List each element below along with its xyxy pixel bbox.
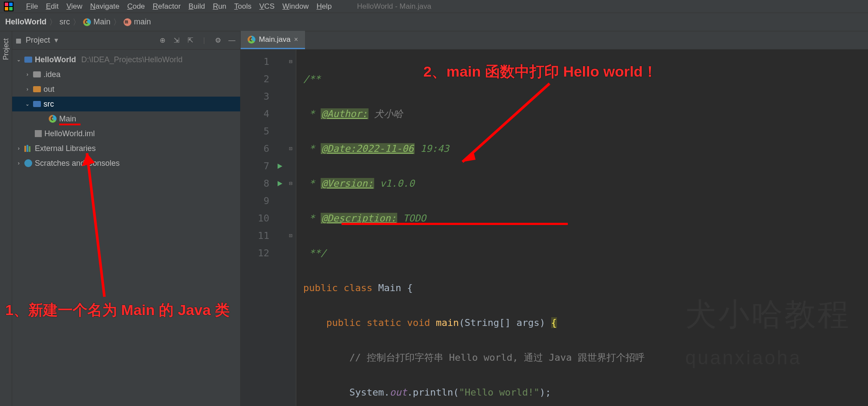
menu-vcs[interactable]: VCS (259, 2, 275, 11)
breadcrumb-method[interactable]: main (124, 17, 151, 27)
svg-rect-4 (9, 7, 13, 10)
folder-icon (33, 71, 41, 77)
fold-end-icon[interactable]: ⊡ (286, 227, 296, 245)
editor-tab-main[interactable]: Main.java × (241, 31, 305, 49)
breadcrumb: HelloWorld 〉 src 〉 Main 〉 main (0, 13, 868, 31)
svg-marker-9 (278, 181, 282, 186)
editor: Main.java × 1 2 3 4 5 6 7 8 9 10 11 12 (241, 31, 868, 406)
chevron-right-icon: 〉 (113, 17, 121, 27)
close-icon[interactable]: × (294, 36, 298, 44)
tree-iml-file[interactable]: HelloWorld.iml (12, 126, 240, 141)
fold-collapse-icon[interactable]: ⊟ (286, 53, 296, 70)
gear-icon[interactable]: ⚙ (213, 36, 223, 45)
fold-end-icon[interactable]: ⊡ (286, 140, 296, 158)
menu-file[interactable]: File (26, 2, 38, 11)
svg-rect-7 (29, 146, 30, 152)
breadcrumb-src[interactable]: src (60, 17, 70, 27)
code-content[interactable]: /** * @Author: 犬小哈 * @Date:2022-11-06 19… (296, 50, 868, 406)
module-icon (24, 57, 32, 63)
tree-out-folder[interactable]: › out (12, 82, 240, 97)
expand-all-icon[interactable]: ⇲ (171, 36, 181, 45)
editor-tabs: Main.java × (241, 31, 868, 50)
project-tree: ⌄ HelloWorld D:\IDEA_Projects\HelloWorld… (12, 50, 240, 173)
class-icon (248, 36, 255, 44)
tree-item-label: .idea (44, 70, 60, 79)
tree-scratches[interactable]: › Scratches and Consoles (12, 156, 240, 171)
menu-tools[interactable]: Tools (234, 2, 251, 11)
menu-view[interactable]: View (67, 2, 83, 11)
tool-window-rail: Project (0, 31, 12, 406)
divider-icon: | (199, 36, 209, 45)
svg-rect-5 (24, 146, 26, 152)
tree-root-name: HelloWorld (35, 55, 76, 64)
breadcrumb-class[interactable]: Main (83, 17, 111, 27)
chevron-down-icon[interactable]: ⌄ (24, 101, 30, 107)
svg-marker-8 (278, 164, 282, 169)
hide-icon[interactable]: — (227, 36, 237, 45)
breadcrumb-project[interactable]: HelloWorld (5, 17, 47, 27)
folder-icon (33, 86, 41, 92)
editor-tab-label: Main.java (259, 35, 291, 44)
tree-item-label: Scratches and Consoles (35, 159, 120, 168)
menu-refactor[interactable]: Refactor (153, 2, 181, 11)
tree-item-label: out (44, 85, 54, 94)
library-icon (24, 145, 32, 152)
chevron-right-icon[interactable]: › (16, 145, 22, 151)
svg-rect-3 (5, 7, 8, 10)
project-panel-header: ▦ Project ▾ ⊕ ⇲ ⇱ | ⚙ — (12, 31, 240, 50)
iml-file-icon (35, 130, 42, 137)
run-method-icon[interactable] (274, 175, 286, 192)
chevron-right-icon[interactable]: › (24, 71, 30, 77)
source-folder-icon (33, 101, 41, 107)
svg-rect-2 (9, 3, 13, 6)
gutter-fold-markers: ⊟ ⊡ ⊟ ⊡ (286, 50, 296, 406)
class-icon (83, 18, 91, 26)
rail-project-tab[interactable]: Project (2, 38, 10, 60)
collapse-all-icon[interactable]: ⇱ (185, 36, 195, 45)
fold-collapse-icon[interactable]: ⊟ (286, 175, 296, 192)
menu-help[interactable]: Help (316, 2, 332, 11)
menu-window[interactable]: Window (282, 2, 308, 11)
tree-root-path: D:\IDEA_Projects\HelloWorld (81, 55, 183, 64)
menu-navigate[interactable]: Navigate (90, 2, 119, 11)
method-icon (124, 18, 131, 26)
tree-src-folder[interactable]: ⌄ src (12, 97, 240, 111)
menu-run[interactable]: Run (213, 2, 226, 11)
window-title: HelloWorld - Main.java (357, 2, 431, 11)
scratches-icon (24, 159, 32, 167)
tree-item-label: Main (59, 114, 76, 124)
chevron-right-icon[interactable]: › (24, 86, 30, 92)
class-icon (49, 115, 57, 123)
chevron-down-icon[interactable]: ⌄ (16, 57, 22, 63)
dropdown-icon[interactable]: ▾ (54, 36, 58, 45)
breadcrumb-class-label: Main (94, 17, 111, 27)
menu-code[interactable]: Code (127, 2, 145, 11)
tree-item-label: External Libraries (35, 144, 96, 153)
project-panel-title[interactable]: Project (26, 36, 50, 45)
menu-build[interactable]: Build (188, 2, 205, 11)
menu-edit[interactable]: Edit (46, 2, 58, 11)
chevron-right-icon: 〉 (73, 17, 80, 27)
select-opened-file-icon[interactable]: ⊕ (158, 36, 167, 45)
gutter-run-markers (274, 50, 286, 406)
annotation-underline (342, 223, 568, 225)
chevron-right-icon[interactable]: › (16, 160, 22, 166)
tree-external-libraries[interactable]: › External Libraries (12, 141, 240, 156)
breadcrumb-method-label: main (134, 17, 151, 27)
app-logo-icon (3, 1, 14, 12)
tree-item-label: src (44, 100, 54, 109)
menu-bar: File Edit View Navigate Code Refactor Bu… (0, 0, 868, 13)
project-tool-window: ▦ Project ▾ ⊕ ⇲ ⇱ | ⚙ — ⌄ HelloWorld D:\… (12, 31, 241, 406)
svg-rect-1 (5, 3, 8, 6)
tree-root[interactable]: ⌄ HelloWorld D:\IDEA_Projects\HelloWorld (12, 52, 240, 67)
chevron-right-icon: 〉 (49, 17, 57, 27)
tree-idea-folder[interactable]: › .idea (12, 67, 240, 82)
svg-rect-6 (27, 145, 28, 152)
tree-main-class[interactable]: Main (12, 111, 240, 126)
code-area[interactable]: 1 2 3 4 5 6 7 8 9 10 11 12 ⊟ (241, 50, 868, 406)
run-class-icon[interactable] (274, 158, 286, 175)
gutter-line-numbers: 1 2 3 4 5 6 7 8 9 10 11 12 (241, 50, 274, 406)
project-icon: ▦ (16, 37, 21, 44)
tree-item-label: HelloWorld.iml (44, 129, 95, 138)
